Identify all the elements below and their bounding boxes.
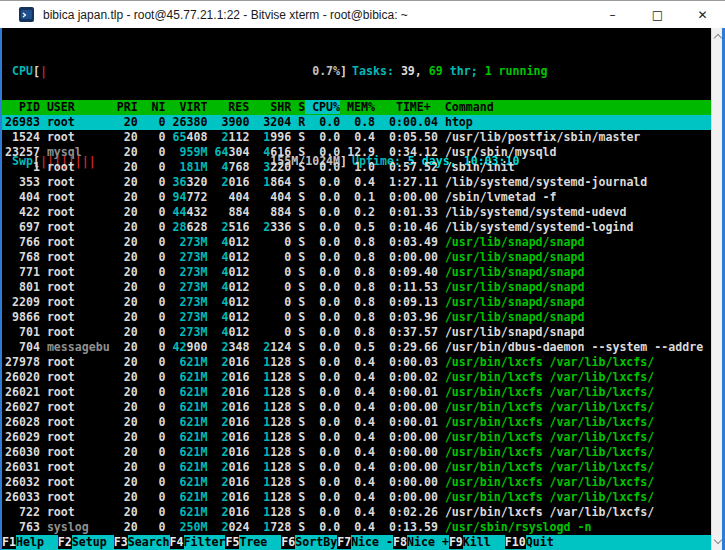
process-command: /usr/bin/lxcfs /var/lib/lxcfs/ bbox=[445, 460, 654, 474]
process-row-722[interactable]: 722 root 20 0 621M 2016 1128 S 0.0 0.4 0… bbox=[2, 505, 711, 520]
close-button[interactable]: ✕ bbox=[680, 1, 725, 29]
process-row-404[interactable]: 404 root 20 0 94772 404 404 S 0.0 0.1 0:… bbox=[2, 190, 711, 205]
app-window: bibica japan.tlp - root@45.77.21.1:22 - … bbox=[0, 0, 725, 550]
fkey-label: Nice - bbox=[351, 535, 393, 549]
process-row-422[interactable]: 422 root 20 0 44432 884 884 S 0.0 0.2 0:… bbox=[2, 205, 711, 220]
process-row-26032[interactable]: 26032 root 20 0 621M 2016 1128 S 0.0 0.4… bbox=[2, 475, 711, 490]
process-command: /usr/lib/snapd/snapd bbox=[445, 265, 585, 279]
process-command: /usr/lib/snapd/snapd bbox=[445, 295, 585, 309]
process-command: /usr/lib/snapd/snapd bbox=[445, 250, 585, 264]
process-row-26028[interactable]: 26028 root 20 0 621M 2016 1128 S 0.0 0.4… bbox=[2, 415, 711, 430]
process-command: /sbin/init bbox=[445, 160, 515, 174]
window-title: bibica japan.tlp - root@45.77.21.1:22 - … bbox=[43, 8, 590, 22]
meter-value: 0.7% bbox=[312, 64, 340, 79]
fkey-label: Tree bbox=[239, 535, 281, 549]
process-command: /usr/bin/lxcfs /var/lib/lxcfs/ bbox=[445, 385, 654, 399]
process-command: /usr/lib/snapd/snapd bbox=[445, 310, 585, 324]
fkey-number: F6 bbox=[281, 535, 295, 549]
meter-label: CPU bbox=[12, 64, 33, 78]
process-row-2209[interactable]: 2209 root 20 0 273M 4012 0 S 0.0 0.8 0:0… bbox=[2, 295, 711, 310]
fkey-f8[interactable]: F8Nice + bbox=[393, 535, 449, 550]
window-border-left bbox=[0, 28, 2, 550]
cpu-meter: CPU[|0.7%] bbox=[12, 64, 347, 79]
fkey-f4[interactable]: F4Filter bbox=[170, 535, 226, 550]
fkey-f7[interactable]: F7Nice - bbox=[337, 535, 393, 550]
meter-ticks: | bbox=[40, 64, 47, 78]
fkey-number: F9 bbox=[449, 535, 463, 549]
function-key-bar: F1Help F2Setup F3SearchF4FilterF5Tree F6… bbox=[2, 535, 711, 550]
process-row-26033[interactable]: 26033 root 20 0 621M 2016 1128 S 0.0 0.4… bbox=[2, 490, 711, 505]
fkey-label: Quit bbox=[526, 535, 568, 549]
minimize-button[interactable]: – bbox=[590, 1, 635, 29]
process-command: /usr/bin/lxcfs /var/lib/lxcfs/ bbox=[445, 475, 654, 489]
fkey-label: Search bbox=[128, 535, 170, 549]
process-command: /usr/lib/postfix/sbin/master bbox=[445, 130, 640, 144]
process-row-26031[interactable]: 26031 root 20 0 621M 2016 1128 S 0.0 0.4… bbox=[2, 460, 711, 475]
process-row-26983[interactable]: 26983 root 20 0 26380 3900 3204 R 0.0 0.… bbox=[2, 115, 711, 130]
process-row-1524[interactable]: 1524 root 20 0 65408 2112 1996 S 0.0 0.4… bbox=[2, 130, 711, 145]
fkey-label: Setup bbox=[72, 535, 114, 549]
fkey-label: Filter bbox=[184, 535, 226, 549]
fkey-number: F10 bbox=[505, 535, 526, 549]
process-row-766[interactable]: 766 root 20 0 273M 4012 0 S 0.0 0.8 0:03… bbox=[2, 235, 711, 250]
fkey-number: F4 bbox=[170, 535, 184, 549]
column-header-cpu%[interactable]: CPU% bbox=[305, 100, 340, 114]
process-row-801[interactable]: 801 root 20 0 273M 4012 0 S 0.0 0.8 0:11… bbox=[2, 280, 711, 295]
process-row-771[interactable]: 771 root 20 0 273M 4012 0 S 0.0 0.8 0:09… bbox=[2, 265, 711, 280]
process-row-763[interactable]: 763 syslog 20 0 250M 2024 1728 S 0.0 0.4… bbox=[2, 520, 711, 535]
fkey-f3[interactable]: F3Search bbox=[114, 535, 170, 550]
process-row-1[interactable]: 1 root 20 0 181M 4768 3220 S 0.0 1.0 0:5… bbox=[2, 160, 711, 175]
process-row-768[interactable]: 768 root 20 0 273M 4012 0 S 0.0 0.8 0:00… bbox=[2, 250, 711, 265]
fkey-number: F3 bbox=[114, 535, 128, 549]
fkey-label: Kill bbox=[463, 535, 505, 549]
fkey-f9[interactable]: F9Kill bbox=[449, 535, 505, 550]
scrollbar[interactable] bbox=[711, 28, 722, 550]
process-command: /usr/sbin/mysqld bbox=[445, 145, 557, 159]
app-icon bbox=[19, 7, 34, 22]
process-row-26027[interactable]: 26027 root 20 0 621M 2016 1128 S 0.0 0.4… bbox=[2, 400, 711, 415]
process-command: /sbin/lvmetad -f bbox=[445, 190, 557, 204]
process-table-header[interactable]: PID USER PRI NI VIRT RES SHR S CPU% MEM%… bbox=[2, 100, 711, 115]
window-controls: – □ ✕ bbox=[590, 1, 725, 29]
process-command: /lib/systemd/systemd-journald bbox=[445, 175, 647, 189]
process-row-26021[interactable]: 26021 root 20 0 621M 2016 1128 S 0.0 0.4… bbox=[2, 385, 711, 400]
fkey-number: F2 bbox=[58, 535, 72, 549]
process-command: htop bbox=[445, 115, 473, 129]
scrollbar-down-icon[interactable] bbox=[714, 536, 722, 544]
process-command: /usr/bin/dbus-daemon --system --addre bbox=[445, 340, 703, 354]
process-row-701[interactable]: 701 root 20 0 273M 4012 0 S 0.0 0.8 0:37… bbox=[2, 325, 711, 340]
process-row-704[interactable]: 704 messagebu 20 0 42900 2348 2124 S 0.0… bbox=[2, 340, 711, 355]
process-command: /usr/lib/snapd/snapd bbox=[445, 325, 585, 339]
process-command: /usr/lib/snapd/snapd bbox=[445, 280, 585, 294]
process-row-23257[interactable]: 23257 mysql 20 0 959M 64304 4616 S 0.0 1… bbox=[2, 145, 711, 160]
process-row-26030[interactable]: 26030 root 20 0 621M 2016 1128 S 0.0 0.4… bbox=[2, 445, 711, 460]
fkey-f2[interactable]: F2Setup bbox=[58, 535, 114, 550]
scrollbar-up-icon[interactable] bbox=[714, 34, 722, 42]
process-command: /usr/bin/lxcfs /var/lib/lxcfs/ bbox=[445, 400, 654, 414]
process-command: /usr/bin/lxcfs /var/lib/lxcfs/ bbox=[445, 490, 654, 504]
fkey-f5[interactable]: F5Tree bbox=[225, 535, 281, 550]
process-row-27978[interactable]: 27978 root 20 0 621M 2016 1128 S 0.0 0.4… bbox=[2, 355, 711, 370]
fkey-f10[interactable]: F10Quit bbox=[505, 535, 568, 550]
process-command: /usr/bin/lxcfs /var/lib/lxcfs/ bbox=[445, 355, 654, 369]
fkey-f1[interactable]: F1Help bbox=[2, 535, 58, 550]
process-row-9866[interactable]: 9866 root 20 0 273M 4012 0 S 0.0 0.8 0:0… bbox=[2, 310, 711, 325]
fkey-number: F7 bbox=[337, 535, 351, 549]
meter-bar: |0.7% bbox=[40, 64, 340, 79]
fkey-label: SortBy bbox=[295, 535, 337, 549]
fkey-label: Help bbox=[16, 535, 58, 549]
process-row-353[interactable]: 353 root 20 0 36320 2016 1864 S 0.0 0.4 … bbox=[2, 175, 711, 190]
fkey-number: F8 bbox=[393, 535, 407, 549]
fkey-f6[interactable]: F6SortBy bbox=[281, 535, 337, 550]
process-command: /usr/bin/lxcfs /var/lib/lxcfs/ bbox=[445, 415, 654, 429]
maximize-button[interactable]: □ bbox=[635, 1, 680, 29]
title-bar: bibica japan.tlp - root@45.77.21.1:22 - … bbox=[0, 0, 725, 28]
fkey-number: F5 bbox=[225, 535, 239, 549]
process-row-26020[interactable]: 26020 root 20 0 621M 2016 1128 S 0.0 0.4… bbox=[2, 370, 711, 385]
process-command: /usr/bin/lxcfs /var/lib/lxcfs/ bbox=[445, 445, 654, 459]
process-command: /lib/systemd/systemd-udevd bbox=[445, 205, 626, 219]
process-command: /usr/bin/lxcfs /var/lib/lxcfs/ bbox=[445, 430, 654, 444]
process-row-26029[interactable]: 26029 root 20 0 621M 2016 1128 S 0.0 0.4… bbox=[2, 430, 711, 445]
process-command: /usr/bin/lxcfs /var/lib/lxcfs/ bbox=[445, 505, 654, 519]
process-row-697[interactable]: 697 root 20 0 28628 2516 2336 S 0.0 0.5 … bbox=[2, 220, 711, 235]
